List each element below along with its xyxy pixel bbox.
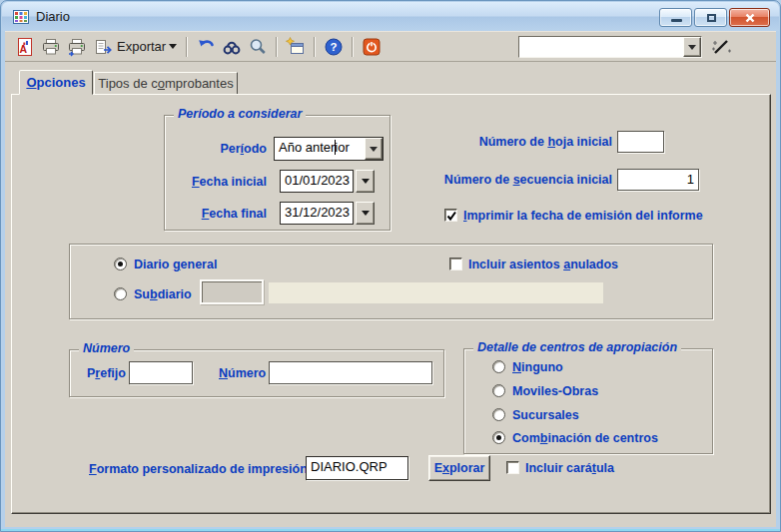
tab-opciones[interactable]: Opciones: [19, 70, 93, 95]
titlebar[interactable]: Diario: [2, 2, 779, 31]
exit-button[interactable]: [359, 35, 385, 59]
imprimir-fecha-label[interactable]: Imprimir la fecha de emisión del informe: [463, 209, 703, 223]
close-button[interactable]: [729, 8, 770, 27]
incluir-asientos-anulados-label[interactable]: Incluir asientos anulados: [468, 258, 618, 271]
print-icon: [41, 37, 61, 57]
formato-impresion-label: Formato personalizado de impresión: [89, 462, 308, 476]
fecha-inicial-dropdown-button[interactable]: [356, 170, 375, 193]
wizard-wand-icon[interactable]: [710, 37, 732, 57]
zoom-icon: [248, 37, 268, 57]
numero-hoja-inicial-label: Número de hoja inicial: [430, 135, 612, 149]
undo-icon: [196, 37, 216, 57]
diario-general-label[interactable]: Diario general: [134, 258, 217, 271]
incluir-caratula-checkbox[interactable]: [506, 461, 519, 474]
fecha-inicial-field[interactable]: 01/01/2023: [280, 170, 354, 193]
toolbar-combobox-dropdown-button[interactable]: [683, 37, 701, 57]
zoom-button[interactable]: [245, 35, 271, 59]
centros-combinacion-radio[interactable]: [492, 431, 505, 444]
fecha-inicial-value: 01/01/2023: [281, 171, 354, 192]
periodo-label: Período: [199, 142, 267, 156]
app-grid-icon: [13, 9, 29, 25]
toolbar-combobox[interactable]: [518, 36, 702, 58]
maximize-button[interactable]: [694, 8, 727, 27]
imprimir-fecha-checkbox[interactable]: [444, 209, 457, 222]
centros-sucursales-radio[interactable]: [492, 408, 505, 421]
tab-tipos-de-comprobantes[interactable]: Tipos de comprobantes: [94, 72, 238, 95]
find-button[interactable]: [219, 35, 245, 59]
radio-dot-icon: [496, 435, 501, 440]
subdiario-label[interactable]: Subdiario: [134, 287, 192, 301]
radio-dot-icon: [118, 262, 123, 266]
numero-secuencia-inicial-label: Número de secuencia inicial: [430, 173, 612, 187]
minimize-icon: [671, 19, 682, 22]
print-setup-button[interactable]: [64, 35, 90, 59]
group-detalle-centros-title: Detalle de centros de apropiación: [473, 340, 681, 354]
group-diario-subdiario: [69, 244, 713, 319]
prefijo-input[interactable]: [129, 361, 193, 384]
formato-impresion-input[interactable]: DIARIO.QRP: [306, 456, 408, 480]
periodo-value: Año anterior: [275, 138, 365, 160]
group-numero-title: Número: [79, 341, 134, 355]
text-caret: [335, 140, 336, 155]
fecha-final-label: Fecha final: [173, 207, 267, 221]
chevron-down-icon: [370, 147, 378, 152]
fecha-final-value: 31/12/2023: [281, 203, 354, 224]
export-icon: [94, 37, 114, 57]
tab-tipos-label: Tipos de c: [98, 76, 158, 91]
subdiario-radio[interactable]: [114, 287, 127, 300]
chevron-down-icon: [362, 179, 370, 184]
check-icon: [445, 210, 458, 223]
print-button[interactable]: [38, 35, 64, 59]
subdiario-description-field: [269, 282, 603, 303]
subdiario-code-input[interactable]: [200, 279, 264, 304]
centros-ninguno-radio[interactable]: [492, 360, 505, 373]
report-preview-icon: A: [15, 37, 35, 57]
explorar-button[interactable]: Explorar: [428, 455, 490, 481]
diario-general-radio[interactable]: [114, 258, 127, 270]
preview-report-button[interactable]: A: [12, 35, 38, 59]
maximize-icon: [707, 14, 716, 22]
toolbar-separator: [276, 37, 278, 57]
toolbar-separator: [352, 37, 354, 57]
group-periodo-title: Período a considerar: [174, 107, 306, 121]
fecha-final-dropdown-button[interactable]: [356, 202, 375, 225]
export-dropdown-icon: [169, 44, 177, 49]
export-button-label: Exportar: [117, 39, 166, 54]
incluir-asientos-anulados-checkbox[interactable]: [449, 258, 462, 270]
centros-moviles-obras-label[interactable]: Moviles-Obras: [512, 384, 598, 398]
centros-moviles-obras-radio[interactable]: [492, 384, 505, 397]
toolbar-combobox-value: [519, 37, 683, 57]
centros-sucursales-label[interactable]: Sucursales: [512, 408, 579, 422]
diario-window: Diario A: [0, 0, 781, 532]
periodo-combobox[interactable]: Año anterior: [274, 137, 384, 161]
export-button[interactable]: Exportar: [90, 35, 181, 59]
find-icon: [222, 37, 242, 57]
fecha-final-field[interactable]: 31/12/2023: [280, 202, 354, 225]
periodo-dropdown-button[interactable]: [365, 138, 383, 160]
numero-input[interactable]: [269, 361, 432, 384]
window-title: Diario: [36, 2, 70, 31]
close-icon: [744, 12, 756, 24]
undo-button[interactable]: [193, 35, 219, 59]
toolbar: A: [5, 32, 776, 62]
numero-label: Número: [219, 366, 266, 380]
print-setup-icon: [67, 37, 87, 57]
toolbar-separator: [186, 37, 188, 57]
numero-hoja-inicial-input[interactable]: [617, 131, 664, 153]
help-icon: ?: [324, 37, 344, 57]
svg-text:A: A: [20, 43, 28, 55]
new-window-icon: [286, 37, 306, 57]
new-window-button[interactable]: [283, 35, 309, 59]
centros-ninguno-label[interactable]: Ninguno: [512, 360, 563, 374]
toolbar-separator: [314, 37, 316, 57]
numero-secuencia-inicial-input[interactable]: 1: [617, 169, 699, 191]
incluir-caratula-label[interactable]: Incluir carátula: [525, 461, 614, 475]
centros-combinacion-label[interactable]: Combinación de centros: [512, 431, 658, 445]
help-button[interactable]: ?: [321, 35, 347, 59]
screen: Diario A: [0, 0, 781, 532]
svg-text:?: ?: [331, 41, 338, 53]
prefijo-label: Prefijo: [87, 366, 126, 380]
chevron-down-icon: [688, 45, 696, 50]
fecha-inicial-label: Fecha inicial: [173, 175, 267, 189]
minimize-button[interactable]: [659, 8, 692, 27]
